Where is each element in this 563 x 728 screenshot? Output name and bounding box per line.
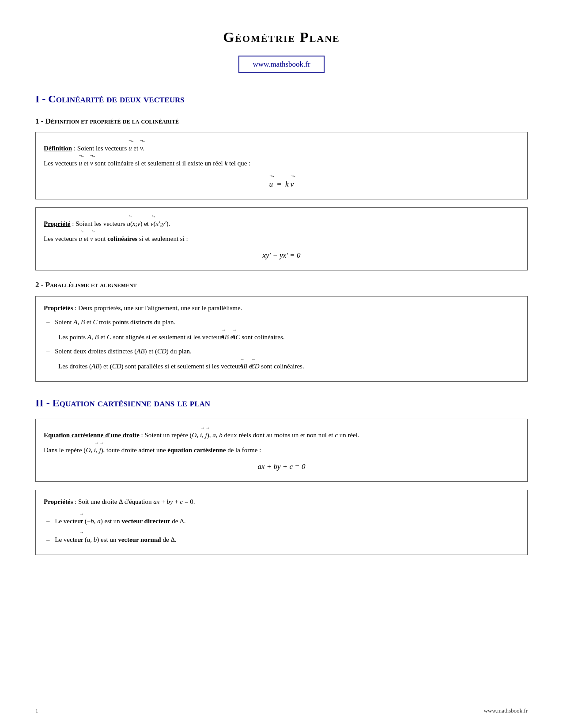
website-box: www.mathsbook.fr — [35, 56, 528, 73]
propriete-box: Propriété : Soient les vecteurs →u(x;y) … — [35, 207, 528, 270]
parallelisme-intro: Propriétés : Deux propriétés, une sur l'… — [44, 303, 519, 313]
definition-box: Définition : Soient les vecteurs →u et →… — [35, 132, 528, 199]
alignement-item: Soient A, B et C trois points distincts … — [44, 317, 519, 342]
subsection-2-title: 2 - Parallélisme et alignement — [35, 279, 528, 291]
page: Géométrie Plane www.mathsbook.fr I - Col… — [0, 0, 563, 728]
proprietes-droite-list: Le vecteur →u(−b, a) est un vecteur dire… — [44, 511, 519, 545]
proprietes-droite-box: Propriétés : Soit une droite Δ d'équatio… — [35, 490, 528, 555]
website-label: www.mathsbook.fr — [238, 56, 324, 73]
page-title: Géométrie Plane — [35, 26, 528, 48]
parallelisme-box: Propriétés : Deux propriétés, une sur l'… — [35, 296, 528, 382]
propriete-text: Propriété : Soient les vecteurs →u(x;y) … — [44, 214, 519, 244]
section-II-title: II - Equation cartésienne dans le plan — [35, 395, 528, 411]
footer-page-number: 1 — [35, 706, 38, 715]
proprietes-droite-text: Propriétés : Soit une droite Δ d'équatio… — [44, 496, 519, 507]
section-I-title: I - Colinéarité de deux vecteurs — [35, 91, 528, 107]
vecteur-directeur-item: Le vecteur →u(−b, a) est un vecteur dire… — [44, 511, 519, 526]
equation-text: Equation cartésienne d'une droite : Soie… — [44, 425, 519, 455]
parallelisme-item: Soient deux droites distinctes (AB) et (… — [44, 346, 519, 372]
vecteur-normal-item: Le vecteur →n(a, b) est un vecteur norma… — [44, 530, 519, 545]
propriete-formula: xy′ − yx′ = 0 — [44, 249, 519, 261]
definition-text: Définition : Soient les vecteurs →u et →… — [44, 139, 519, 169]
equation-formula: ax + by + c = 0 — [44, 461, 519, 473]
subsection-1-title: 1 - Définition et propriété de la coliné… — [35, 116, 528, 127]
definition-formula: →u = k →v — [44, 174, 519, 190]
page-footer: 1 www.mathsbook.fr — [35, 706, 528, 715]
parallelisme-list: Soient A, B et C trois points distincts … — [44, 317, 519, 372]
equation-box: Equation cartésienne d'une droite : Soie… — [35, 419, 528, 482]
footer-website: www.mathsbook.fr — [484, 706, 528, 715]
